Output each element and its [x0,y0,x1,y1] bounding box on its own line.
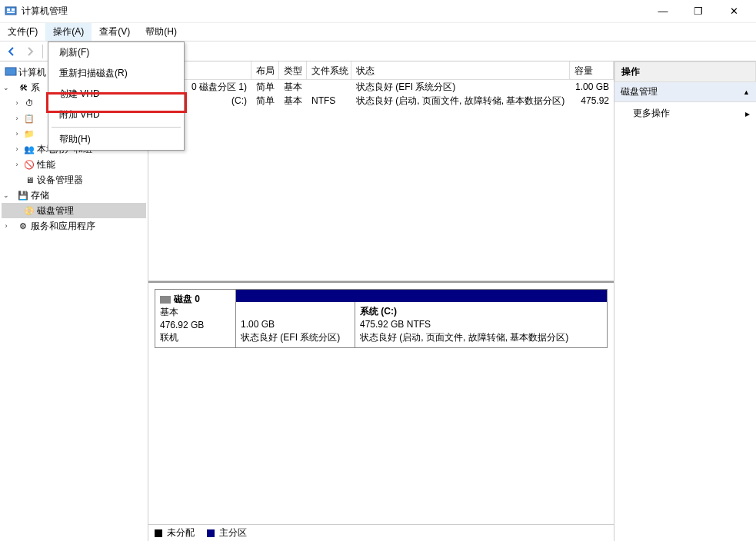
expand-toggle[interactable]: › [12,161,22,168]
partition-efi[interactable]: 1.00 GB 状态良好 (EFI 系统分区) [236,302,355,347]
services-icon: ⚙ [17,220,29,232]
expand-toggle[interactable]: › [12,99,22,107]
storage-icon: 💾 [17,189,29,201]
vol-type: 基本 [279,95,307,108]
partition-status: 状态良好 (启动, 页面文件, 故障转储, 基本数据分区) [360,331,602,344]
menu-file[interactable]: 文件(F) [0,23,45,41]
tree-root-label: 计算机 [18,66,46,79]
legend-swatch-primary [207,529,215,537]
menu-action[interactable]: 操作(A) [45,23,92,41]
toolbar-separator [42,45,43,58]
vol-status: 状态良好 (EFI 系统分区) [351,81,570,94]
tree-disk-management-label: 磁盘管理 [37,204,74,217]
partition-size: 1.00 GB [241,318,350,331]
disk-row-0[interactable]: 磁盘 0 基本 476.92 GB 联机 1.00 GB 状态良好 (EFI 系… [155,289,608,348]
maximize-button[interactable]: ❐ [687,5,710,17]
expand-toggle[interactable]: › [2,222,11,230]
vol-fs: NTFS [307,95,351,106]
actions-section-label: 磁盘管理 [621,85,658,98]
menu-help[interactable]: 帮助(H) [48,129,184,150]
svg-rect-1 [7,8,10,11]
partition-header-strip [236,290,607,302]
partition-name: 系统 (C:) [360,306,397,317]
tree-system-tools-label: 系 [31,81,40,95]
close-button[interactable]: ✕ [722,5,745,17]
svg-rect-4 [5,68,16,75]
actions-pane: 操作 磁盘管理 ▲ 更多操作 ▸ [614,61,756,541]
actions-more[interactable]: 更多操作 ▸ [614,102,756,124]
partition-status: 状态良好 (EFI 系统分区) [241,331,350,344]
svg-rect-2 [12,8,15,11]
disk-name: 磁盘 0 [174,294,200,304]
actions-header: 操作 [614,61,756,82]
menu-separator [52,127,181,128]
vol-layout: 简单 [251,81,279,94]
menu-attach-vhd[interactable]: 附加 VHD [48,105,184,125]
col-status[interactable]: 状态 [351,61,570,79]
device-icon: 🖥 [23,174,35,186]
tree-performance-label: 性能 [37,158,55,171]
folder-icon: 📁 [23,128,35,140]
tree-disk-management[interactable]: 📀 磁盘管理 [2,203,146,218]
chevron-right-icon: ▸ [745,108,750,119]
tree-device-manager-label: 设备管理器 [37,174,83,187]
tree-services-label: 服务和应用程序 [31,220,95,233]
volume-row[interactable]: 0 磁盘分区 1) 简单 基本 状态良好 (EFI 系统分区) 1.00 GB [148,80,614,94]
col-type[interactable]: 类型 [279,61,307,79]
disk-size: 476.92 GB [160,319,231,332]
disk-icon [160,296,171,304]
clock-icon: ⏱ [23,97,35,109]
col-capacity[interactable]: 容量 [570,61,614,79]
expand-toggle[interactable]: › [12,130,22,138]
app-icon [5,5,17,18]
vol-layout: 简单 [251,95,279,108]
svg-rect-3 [7,12,15,13]
volume-list-body: 0 磁盘分区 1) 简单 基本 状态良好 (EFI 系统分区) 1.00 GB … [148,80,614,108]
partition-size: 475.92 GB NTFS [360,318,602,331]
col-layout[interactable]: 布局 [251,61,279,79]
menu-rescan-disks[interactable]: 重新扫描磁盘(R) [48,63,184,84]
computer-icon [5,66,17,78]
window-controls: — ❐ ✕ [651,5,751,17]
disk-icon: 📀 [23,204,35,217]
menu-refresh[interactable]: 刷新(F) [48,42,184,63]
collapse-toggle[interactable]: ⌄ [2,191,11,199]
vol-type: 基本 [279,81,307,94]
expand-toggle[interactable]: › [12,145,22,153]
volume-row[interactable]: (C:) 简单 基本 NTFS 状态良好 (启动, 页面文件, 故障转储, 基本… [148,94,614,108]
disk-status: 联机 [160,331,231,344]
tree-performance[interactable]: › 🚫 性能 [2,157,146,172]
disk-partitions: 1.00 GB 状态良好 (EFI 系统分区) 系统 (C:) 475.92 G… [236,290,607,347]
titlebar: 计算机管理 — ❐ ✕ [0,0,756,23]
actions-section[interactable]: 磁盘管理 ▲ [614,82,756,102]
vol-status: 状态良好 (启动, 页面文件, 故障转储, 基本数据分区) [351,95,570,108]
users-icon: 👥 [23,143,35,155]
action-dropdown-menu: 刷新(F) 重新扫描磁盘(R) 创建 VHD 附加 VHD 帮助(H) [48,41,185,151]
menu-help[interactable]: 帮助(H) [138,23,185,41]
event-icon: 📋 [23,112,35,124]
menu-view[interactable]: 查看(V) [92,23,138,41]
collapse-icon: ▲ [743,88,750,96]
back-button[interactable] [3,43,20,60]
partition-system-c[interactable]: 系统 (C:) 475.92 GB NTFS 状态良好 (启动, 页面文件, 故… [355,302,607,347]
collapse-toggle[interactable]: ⌄ [2,84,11,91]
window-title: 计算机管理 [22,5,651,18]
tree-services[interactable]: › ⚙ 服务和应用程序 [2,218,146,234]
legend-swatch-unalloc [155,529,162,537]
tools-icon: 🛠 [17,81,29,94]
volume-list[interactable]: 布局 类型 文件系统 状态 容量 0 磁盘分区 1) 简单 基本 状态良好 (E… [148,61,614,281]
minimize-button[interactable]: — [651,5,674,17]
legend-primary-label: 主分区 [219,526,247,539]
tree-device-manager[interactable]: 🖥 设备管理器 [2,172,146,188]
volume-list-header: 布局 类型 文件系统 状态 容量 [148,61,614,80]
vol-capacity: 475.92 [570,95,614,106]
actions-more-label: 更多操作 [633,107,670,120]
menu-create-vhd[interactable]: 创建 VHD [48,84,184,105]
forward-button[interactable] [22,43,38,60]
tree-storage[interactable]: ⌄ 💾 存储 [2,188,146,203]
main-panel: 布局 类型 文件系统 状态 容量 0 磁盘分区 1) 简单 基本 状态良好 (E… [148,61,614,541]
expand-toggle[interactable]: › [12,115,22,122]
tree-storage-label: 存储 [31,189,49,202]
disk-info: 磁盘 0 基本 476.92 GB 联机 [155,290,236,347]
col-filesystem[interactable]: 文件系统 [307,61,351,79]
